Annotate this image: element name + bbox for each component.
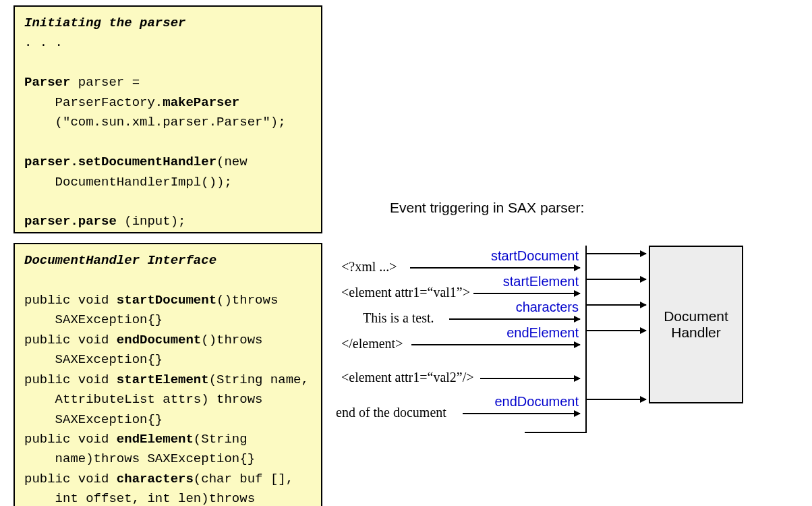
xml-line-5: <element attr1=“val2”/> (341, 370, 474, 385)
box1-line1: Parser parser = (24, 75, 140, 90)
arrow-1-to-box (612, 253, 646, 254)
event-characters: characters (498, 300, 579, 315)
tick-2 (585, 289, 587, 297)
box2-line10: public void characters(char buf [], (24, 472, 293, 486)
arrow-1-to-bus (410, 267, 580, 269)
xml-line-4: </element> (341, 336, 403, 352)
event-bus-line (585, 246, 587, 432)
arrow-4-to-box (585, 330, 646, 331)
box2-line5: public void startElement(String name, (24, 372, 309, 387)
arrow-2-to-bus (473, 293, 580, 294)
diagram-title: Event triggering in SAX parser: (390, 200, 584, 216)
tick-3 (585, 314, 587, 322)
box2-line2: SAXException{} (24, 312, 163, 327)
tick-6 (585, 409, 587, 417)
arrow-6-to-bus (463, 413, 580, 414)
document-handler-box: Document Handler (649, 246, 743, 403)
box2-line3: public void endDocument()throws (24, 333, 262, 347)
tick-4 (585, 340, 587, 348)
box2-line11: int offset, int len)throws (24, 491, 255, 506)
xml-line-2: <element attr1=“val1”> (341, 285, 470, 300)
box2-line7: SAXException{} (24, 412, 163, 427)
arrow-4-to-bus (411, 344, 580, 345)
arrow-3-to-box (585, 304, 646, 306)
event-startElement: startElement (491, 274, 579, 289)
box1-line6: parser.parse (input); (24, 214, 185, 229)
code-box-initiating: Initiating the parser . . . Parser parse… (13, 5, 322, 233)
seg-1a (585, 253, 612, 254)
bus-bottom (525, 432, 587, 433)
box1-line4: parser.setDocumentHandler(new (24, 154, 248, 169)
box1-line3: ("com.sun.xml.parser.Parser"); (24, 115, 286, 130)
box2-line1: public void startDocument()throws (24, 293, 278, 308)
box2-line8: public void endElement(String (24, 432, 248, 447)
arrow-5-to-bus (480, 378, 580, 379)
arrow-3-to-bus (449, 318, 580, 320)
handler-box-l2: Handler (671, 325, 721, 340)
box1-title: Initiating the parser (24, 16, 185, 30)
code-box-handler: DocumentHandler Interface public void st… (13, 243, 322, 506)
box2-line4: SAXException{} (24, 352, 163, 367)
event-endDocument: endDocument (484, 394, 579, 410)
box2-line6: AttributeList attrs) throws (24, 392, 262, 407)
box2-line9: name)throws SAXException{} (24, 451, 255, 466)
box2-title: DocumentHandler Interface (24, 253, 216, 268)
diagram: Event triggering in SAX parser: Document… (336, 0, 805, 506)
box1-line2: ParserFactory.makeParser (24, 95, 239, 110)
arrow-2-to-box (585, 279, 646, 280)
xml-line-6: end of the document (336, 405, 446, 420)
box1-ellipsis: . . . (24, 35, 63, 50)
xml-line-3: This is a test. (363, 310, 434, 326)
xml-line-1: <?xml ...> (341, 259, 397, 275)
arrow-6-to-box (585, 399, 646, 400)
handler-box-l1: Document (664, 308, 728, 324)
box1-line5: DocumentHandlerImpl()); (24, 175, 232, 190)
tick-1 (585, 263, 587, 271)
event-endElement: endElement (491, 325, 579, 341)
event-startDocument: startDocument (471, 248, 579, 264)
